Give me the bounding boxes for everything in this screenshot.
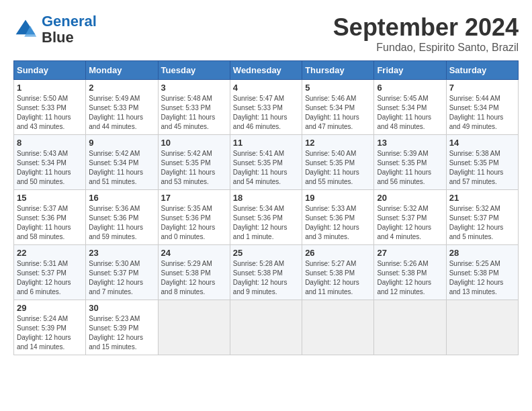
day-info: Sunrise: 5:40 AM Sunset: 5:35 PM Dayligh… — [305, 149, 371, 187]
day-number: 4 — [233, 83, 299, 93]
calendar-day-cell — [302, 300, 374, 355]
calendar-week-row: 1Sunrise: 5:50 AM Sunset: 5:33 PM Daylig… — [14, 80, 519, 135]
day-info: Sunrise: 5:42 AM Sunset: 5:35 PM Dayligh… — [161, 149, 227, 187]
day-info: Sunrise: 5:28 AM Sunset: 5:38 PM Dayligh… — [233, 259, 299, 297]
day-info: Sunrise: 5:50 AM Sunset: 5:33 PM Dayligh… — [17, 94, 83, 132]
calendar-table: SundayMondayTuesdayWednesdayThursdayFrid… — [13, 60, 519, 355]
day-number: 30 — [89, 303, 154, 313]
day-info: Sunrise: 5:32 AM Sunset: 5:37 PM Dayligh… — [377, 204, 443, 242]
calendar-day-cell: 1Sunrise: 5:50 AM Sunset: 5:33 PM Daylig… — [14, 80, 86, 135]
calendar-day-header: Wednesday — [230, 61, 302, 80]
day-number: 6 — [377, 83, 443, 93]
calendar-week-row: 15Sunrise: 5:37 AM Sunset: 5:36 PM Dayli… — [14, 190, 519, 245]
day-number: 8 — [17, 138, 83, 148]
day-info: Sunrise: 5:30 AM Sunset: 5:37 PM Dayligh… — [89, 259, 154, 297]
day-number: 15 — [17, 193, 83, 203]
logo-icon — [13, 17, 38, 42]
day-info: Sunrise: 5:32 AM Sunset: 5:37 PM Dayligh… — [449, 204, 515, 242]
day-number: 7 — [449, 83, 515, 93]
day-info: Sunrise: 5:26 AM Sunset: 5:38 PM Dayligh… — [377, 259, 443, 297]
calendar-day-header: Monday — [86, 61, 158, 80]
day-info: Sunrise: 5:45 AM Sunset: 5:34 PM Dayligh… — [377, 94, 443, 132]
calendar-week-row: 29Sunrise: 5:24 AM Sunset: 5:39 PM Dayli… — [14, 300, 519, 355]
calendar-day-cell: 30Sunrise: 5:23 AM Sunset: 5:39 PM Dayli… — [86, 300, 158, 355]
day-info: Sunrise: 5:36 AM Sunset: 5:36 PM Dayligh… — [89, 204, 154, 242]
day-number: 17 — [161, 193, 227, 203]
day-number: 29 — [17, 303, 83, 313]
calendar-day-cell: 21Sunrise: 5:32 AM Sunset: 5:37 PM Dayli… — [446, 190, 518, 245]
day-info: Sunrise: 5:27 AM Sunset: 5:38 PM Dayligh… — [305, 259, 371, 297]
day-info: Sunrise: 5:33 AM Sunset: 5:36 PM Dayligh… — [305, 204, 371, 242]
calendar-day-header: Saturday — [446, 61, 518, 80]
calendar-day-cell: 18Sunrise: 5:34 AM Sunset: 5:36 PM Dayli… — [230, 190, 302, 245]
calendar-day-cell: 26Sunrise: 5:27 AM Sunset: 5:38 PM Dayli… — [302, 245, 374, 300]
calendar-week-row: 8Sunrise: 5:43 AM Sunset: 5:34 PM Daylig… — [14, 135, 519, 190]
day-number: 9 — [89, 138, 154, 148]
calendar-day-cell: 11Sunrise: 5:41 AM Sunset: 5:35 PM Dayli… — [230, 135, 302, 190]
calendar-day-cell: 24Sunrise: 5:29 AM Sunset: 5:38 PM Dayli… — [158, 245, 230, 300]
day-number: 27 — [377, 248, 443, 258]
day-info: Sunrise: 5:35 AM Sunset: 5:36 PM Dayligh… — [161, 204, 227, 242]
calendar-day-cell — [230, 300, 302, 355]
calendar-day-header: Tuesday — [158, 61, 230, 80]
day-number: 21 — [449, 193, 515, 203]
calendar-day-cell: 7Sunrise: 5:44 AM Sunset: 5:34 PM Daylig… — [446, 80, 518, 135]
calendar-day-cell: 3Sunrise: 5:48 AM Sunset: 5:33 PM Daylig… — [158, 80, 230, 135]
calendar-day-header: Sunday — [14, 61, 86, 80]
calendar-day-cell: 29Sunrise: 5:24 AM Sunset: 5:39 PM Dayli… — [14, 300, 86, 355]
calendar-day-cell: 14Sunrise: 5:38 AM Sunset: 5:35 PM Dayli… — [446, 135, 518, 190]
day-info: Sunrise: 5:49 AM Sunset: 5:33 PM Dayligh… — [89, 94, 154, 132]
day-info: Sunrise: 5:23 AM Sunset: 5:39 PM Dayligh… — [89, 314, 154, 352]
day-number: 13 — [377, 138, 443, 148]
page-header: General Blue September 2024 Fundao, Espi… — [13, 13, 519, 54]
calendar-day-cell: 15Sunrise: 5:37 AM Sunset: 5:36 PM Dayli… — [14, 190, 86, 245]
day-number: 11 — [233, 138, 299, 148]
calendar-day-cell: 23Sunrise: 5:30 AM Sunset: 5:37 PM Dayli… — [86, 245, 158, 300]
calendar-day-cell: 12Sunrise: 5:40 AM Sunset: 5:35 PM Dayli… — [302, 135, 374, 190]
calendar-day-cell: 5Sunrise: 5:46 AM Sunset: 5:34 PM Daylig… — [302, 80, 374, 135]
day-number: 22 — [17, 248, 83, 258]
calendar-day-cell: 6Sunrise: 5:45 AM Sunset: 5:34 PM Daylig… — [374, 80, 446, 135]
day-info: Sunrise: 5:44 AM Sunset: 5:34 PM Dayligh… — [449, 94, 515, 132]
calendar-day-cell: 8Sunrise: 5:43 AM Sunset: 5:34 PM Daylig… — [14, 135, 86, 190]
calendar-day-cell: 2Sunrise: 5:49 AM Sunset: 5:33 PM Daylig… — [86, 80, 158, 135]
day-number: 2 — [89, 83, 154, 93]
day-number: 25 — [233, 248, 299, 258]
calendar-day-cell: 27Sunrise: 5:26 AM Sunset: 5:38 PM Dayli… — [374, 245, 446, 300]
calendar-week-row: 22Sunrise: 5:31 AM Sunset: 5:37 PM Dayli… — [14, 245, 519, 300]
calendar-day-header: Thursday — [302, 61, 374, 80]
day-info: Sunrise: 5:43 AM Sunset: 5:34 PM Dayligh… — [17, 149, 83, 187]
calendar-day-header: Friday — [374, 61, 446, 80]
calendar-day-cell: 16Sunrise: 5:36 AM Sunset: 5:36 PM Dayli… — [86, 190, 158, 245]
calendar-day-cell: 10Sunrise: 5:42 AM Sunset: 5:35 PM Dayli… — [158, 135, 230, 190]
day-number: 10 — [161, 138, 227, 148]
day-info: Sunrise: 5:31 AM Sunset: 5:37 PM Dayligh… — [17, 259, 83, 297]
calendar-day-cell: 20Sunrise: 5:32 AM Sunset: 5:37 PM Dayli… — [374, 190, 446, 245]
day-number: 19 — [305, 193, 371, 203]
calendar-day-cell — [158, 300, 230, 355]
calendar-day-cell: 4Sunrise: 5:47 AM Sunset: 5:33 PM Daylig… — [230, 80, 302, 135]
main-title: September 2024 — [333, 13, 519, 42]
calendar-day-cell: 25Sunrise: 5:28 AM Sunset: 5:38 PM Dayli… — [230, 245, 302, 300]
day-number: 26 — [305, 248, 371, 258]
day-number: 3 — [161, 83, 227, 93]
day-number: 18 — [233, 193, 299, 203]
day-info: Sunrise: 5:42 AM Sunset: 5:34 PM Dayligh… — [89, 149, 154, 187]
title-section: September 2024 Fundao, Espirito Santo, B… — [333, 13, 519, 54]
day-info: Sunrise: 5:29 AM Sunset: 5:38 PM Dayligh… — [161, 259, 227, 297]
calendar-day-cell — [374, 300, 446, 355]
day-info: Sunrise: 5:25 AM Sunset: 5:38 PM Dayligh… — [449, 259, 515, 297]
day-number: 14 — [449, 138, 515, 148]
day-info: Sunrise: 5:46 AM Sunset: 5:34 PM Dayligh… — [305, 94, 371, 132]
day-number: 12 — [305, 138, 371, 148]
calendar-day-cell — [446, 300, 518, 355]
day-number: 20 — [377, 193, 443, 203]
day-number: 28 — [449, 248, 515, 258]
calendar-header-row: SundayMondayTuesdayWednesdayThursdayFrid… — [14, 61, 519, 80]
calendar-day-cell: 22Sunrise: 5:31 AM Sunset: 5:37 PM Dayli… — [14, 245, 86, 300]
calendar-day-cell: 17Sunrise: 5:35 AM Sunset: 5:36 PM Dayli… — [158, 190, 230, 245]
day-number: 5 — [305, 83, 371, 93]
calendar-day-cell: 28Sunrise: 5:25 AM Sunset: 5:38 PM Dayli… — [446, 245, 518, 300]
day-number: 1 — [17, 83, 83, 93]
logo-text: General Blue — [42, 13, 97, 46]
